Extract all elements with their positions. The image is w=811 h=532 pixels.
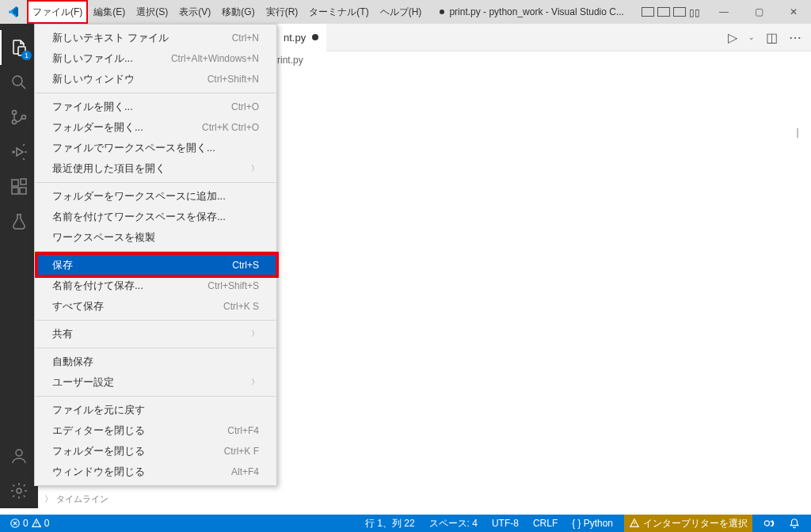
window-title-text: print.py - python_work - Visual Studio C…	[449, 6, 624, 17]
window-controls: ― ▢ ✕	[706, 0, 811, 24]
menu-separator	[36, 93, 276, 93]
svg-point-10	[16, 450, 22, 456]
layout-controls[interactable]: ▯▯	[637, 7, 706, 17]
chevron-right-icon: 〉	[251, 162, 259, 176]
menu-edit[interactable]: 編集(E)	[88, 0, 131, 24]
menu-save-as[interactable]: 名前を付けて保存...Ctrl+Shift+S	[35, 276, 276, 296]
svg-rect-6	[12, 180, 18, 186]
status-feedback-icon[interactable]	[760, 515, 778, 532]
menu-revert-file[interactable]: ファイルを元に戻す	[35, 400, 276, 420]
menubar: ファイル(F) 編集(E) 選択(S) 表示(V) 移動(G) 実行(R) ター…	[27, 0, 427, 24]
vscode-icon	[0, 6, 27, 18]
menu-terminal[interactable]: ターミナル(T)	[303, 0, 374, 24]
chevron-right-icon: 〉	[44, 493, 53, 505]
explorer-icon[interactable]: 1	[0, 30, 38, 65]
menu-save[interactable]: 保存Ctrl+S	[35, 255, 276, 276]
modified-dot-icon	[440, 10, 444, 14]
menu-go[interactable]: 移動(G)	[216, 0, 260, 24]
menu-new-file[interactable]: 新しいファイル...Ctrl+Alt+Windows+N	[35, 48, 276, 69]
timeline-section[interactable]: 〉 タイムライン	[44, 493, 109, 505]
svg-point-11	[17, 488, 21, 493]
titlebar: ファイル(F) 編集(E) 選択(S) 表示(V) 移動(G) 実行(R) ター…	[0, 0, 811, 24]
run-dropdown-icon[interactable]: ⌄	[748, 33, 755, 41]
svg-point-2	[13, 111, 17, 115]
svg-rect-9	[21, 179, 26, 184]
settings-gear-icon[interactable]	[0, 473, 38, 508]
menu-open-folder[interactable]: フォルダーを開く...Ctrl+K Ctrl+O	[35, 117, 276, 138]
tab-label: nt.py	[284, 32, 306, 44]
svg-point-3	[13, 120, 17, 124]
menu-view[interactable]: 表示(V)	[173, 0, 216, 24]
testing-icon[interactable]	[0, 204, 38, 239]
status-eol[interactable]: CRLF	[530, 515, 561, 532]
svg-point-1	[13, 76, 22, 86]
menu-close-folder[interactable]: フォルダーを閉じるCtrl+K F	[35, 441, 276, 462]
menu-open-workspace[interactable]: ファイルでワークスペースを開く...	[35, 138, 276, 158]
activity-bar: 1	[0, 24, 38, 508]
minimap[interactable]	[797, 128, 798, 138]
status-encoding[interactable]: UTF-8	[489, 515, 522, 532]
search-icon[interactable]	[0, 65, 38, 100]
tab-print-py[interactable]: nt.py	[276, 24, 326, 51]
layout-icon-3[interactable]	[673, 7, 686, 17]
menu-share[interactable]: 共有〉	[35, 324, 276, 344]
status-language[interactable]: { } Python	[569, 515, 616, 532]
close-button[interactable]: ✕	[776, 0, 811, 24]
maximize-button[interactable]: ▢	[741, 0, 776, 24]
status-cursor[interactable]: 行 1、列 22	[362, 515, 418, 532]
svg-rect-7	[12, 188, 18, 194]
menu-help[interactable]: ヘルプ(H)	[375, 0, 428, 24]
menu-auto-save[interactable]: 自動保存	[35, 352, 276, 372]
menu-save-all[interactable]: すべて保存Ctrl+K S	[35, 296, 276, 317]
timeline-label: タイムライン	[56, 493, 109, 505]
menu-add-folder-workspace[interactable]: フォルダーをワークスペースに追加...	[35, 186, 276, 207]
svg-point-5	[13, 151, 14, 153]
menu-new-text-file[interactable]: 新しいテキスト ファイルCtrl+N	[35, 28, 276, 48]
layout-icon-2[interactable]	[657, 7, 670, 17]
chevron-right-icon: 〉	[251, 375, 259, 390]
svg-point-13	[764, 521, 769, 526]
menu-selection[interactable]: 選択(S)	[131, 0, 173, 24]
menu-separator	[36, 182, 276, 183]
source-control-icon[interactable]	[0, 100, 38, 135]
menu-run[interactable]: 実行(R)	[261, 0, 304, 24]
menu-separator	[36, 396, 276, 397]
chevron-right-icon: 〉	[251, 327, 259, 341]
file-menu-dropdown: 新しいテキスト ファイルCtrl+N 新しいファイル...Ctrl+Alt+Wi…	[34, 24, 277, 486]
menu-separator	[36, 348, 276, 348]
status-bar: 0 0 行 1、列 22 スペース: 4 UTF-8 CRLF { } Pyth…	[0, 515, 811, 532]
split-editor-icon[interactable]: ◫	[766, 30, 778, 45]
run-icon[interactable]: ▷	[728, 30, 737, 45]
window-title: print.py - python_work - Visual Studio C…	[427, 6, 637, 17]
menu-open-file[interactable]: ファイルを開く...Ctrl+O	[35, 97, 276, 117]
menu-save-workspace-as[interactable]: 名前を付けてワークスペースを保存...	[35, 207, 276, 227]
accounts-icon[interactable]	[0, 439, 38, 473]
menu-separator	[36, 320, 276, 321]
menu-new-window[interactable]: 新しいウィンドウCtrl+Shift+N	[35, 69, 276, 89]
menu-file[interactable]: ファイル(F)	[27, 0, 88, 24]
layout-icon-1[interactable]	[642, 7, 654, 17]
menu-close-window[interactable]: ウィンドウを閉じるAlt+F4	[35, 462, 276, 482]
minimize-button[interactable]: ―	[706, 0, 741, 24]
menu-preferences[interactable]: ユーザー設定〉	[35, 372, 276, 393]
menu-close-editor[interactable]: エディターを閉じるCtrl+F4	[35, 420, 276, 441]
modified-indicator-icon	[312, 34, 318, 40]
run-debug-icon[interactable]	[0, 135, 38, 169]
explorer-badge: 1	[21, 51, 32, 60]
status-errors[interactable]: 0 0	[6, 515, 52, 532]
status-spaces[interactable]: スペース: 4	[426, 515, 481, 532]
more-actions-icon[interactable]: ⋯	[789, 30, 801, 45]
layout-icon-4[interactable]: ▯▯	[689, 7, 702, 17]
status-notifications-icon[interactable]	[786, 515, 803, 532]
menu-separator	[36, 251, 276, 252]
menu-open-recent[interactable]: 最近使用した項目を開く〉	[35, 158, 276, 179]
extensions-icon[interactable]	[0, 169, 38, 204]
menu-duplicate-workspace[interactable]: ワークスペースを複製	[35, 227, 276, 248]
status-interpreter-warning[interactable]: インタープリターを選択	[624, 515, 752, 532]
svg-rect-8	[20, 188, 26, 194]
